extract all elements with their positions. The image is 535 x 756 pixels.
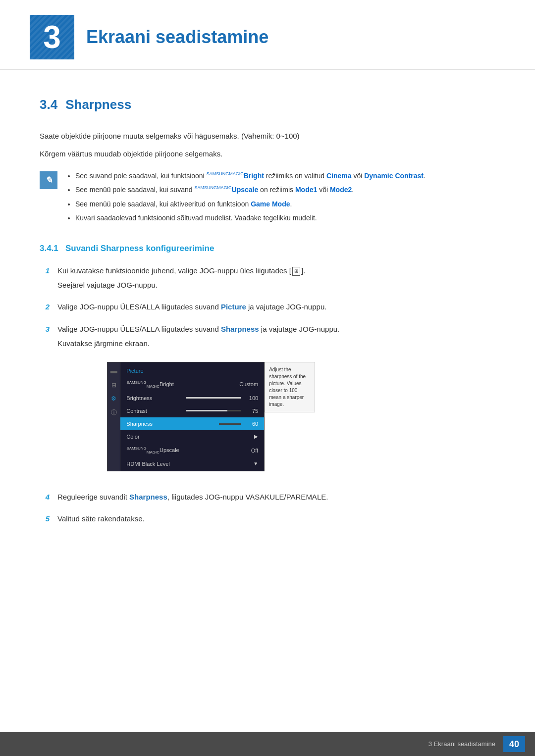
osd-row-magicbright: SAMSUNGMAGICBright Custom [120,377,264,392]
osd-screenshot: ▬ ⊟ ⚙ ⓘ Picture SAMSUNGMAGICBright Custo… [107,362,315,471]
chapter-header: 3 Ekraani seadistamine [0,0,535,70]
step-3: 3 Valige JOG-nuppu ÜLES/ALLA liigutades … [40,323,495,483]
step-1: 1 Kui kuvatakse funktsioonide juhend, va… [40,265,495,294]
note-list: See suvand pole saadaval, kui funktsioon… [65,170,426,227]
chapter-number-text: 3 [43,12,61,62]
steps-list: 1 Kui kuvatakse funktsioonide juhend, va… [40,265,495,527]
step-1-content: Kui kuvatakse funktsioonide juhend, vali… [57,265,495,294]
osd-row-magicupscale: SAMSUNGMAGICUpscale Off [120,443,264,457]
step-4: 4 Reguleerige suvandit Sharpness, liigut… [40,491,495,505]
osd-bar-sharpness [186,423,241,425]
jog-icon: ⊞ [292,267,300,276]
osd-menu: Picture SAMSUNGMAGICBright Custom Bright… [120,362,265,471]
osd-bar-brightness [186,397,241,399]
note-icon: ✎ [40,171,57,189]
page-footer: 3 Ekraani seadistamine 40 [0,732,535,756]
step-2-content: Valige JOG-nuppu ÜLES/ALLA liigutades su… [57,301,495,315]
footer-chapter-ref: 3 Ekraani seadistamine [428,739,495,750]
osd-bar-contrast [186,410,241,411]
osd-row-color: Color ▶ [120,430,264,443]
osd-row-contrast: Contrast 75 [120,404,264,417]
page-number: 40 [503,736,525,752]
note-box: ✎ See suvand pole saadaval, kui funktsio… [40,170,495,227]
subsection-number: 3.4.1 [40,244,58,253]
chapter-number: 3 [30,15,74,59]
osd-sidebar-icon-2: ⊟ [111,381,116,391]
note-item-4: Kuvari saadaolevad funktsioonid sõltuvad… [75,212,426,223]
description-1: Saate objektide piirjoone muuta selgemak… [40,130,495,143]
osd-row-brightness: Brightness 100 [120,392,264,404]
step-4-content: Reguleerige suvandit Sharpness, liigutad… [57,491,495,505]
osd-row-hdmi: HDMI Black Level ▼ [120,457,264,470]
step-5: 5 Valitud säte rakendatakse. [40,513,495,527]
section-title: Sharpness [65,95,131,115]
osd-sidebar-icon-3: ⚙ [111,394,116,404]
note-item-1: See suvand pole saadaval, kui funktsioon… [75,170,426,181]
subsection-heading: 3.4.1 Suvandi Sharpness konfigureerimine [40,242,495,255]
osd-sidebar-icon-4: ⓘ [111,408,117,418]
step-2: 2 Valige JOG-nuppu ÜLES/ALLA liigutades … [40,301,495,315]
description-2: Kõrgem väärtus muudab objektide piirjoon… [40,148,495,160]
section-number: 3.4 [40,95,57,115]
section-heading: 3.4 Sharpness [40,95,495,115]
note-item-2: See menüü pole saadaval, kui suvand SAMS… [75,184,426,195]
osd-tooltip: Adjust the sharpness of the picture. Val… [265,362,315,412]
note-item-3: See menüü pole saadaval, kui aktiveeritu… [75,199,426,209]
subsection-title: Suvandi Sharpness konfigureerimine [65,244,214,253]
step-3-content: Valige JOG-nuppu ÜLES/ALLA liigutades su… [57,323,495,483]
step-5-content: Valitud säte rakendatakse. [57,513,495,527]
main-content: 3.4 Sharpness Saate objektide piirjoone … [0,75,535,575]
osd-sidebar-icon-1: ▬ [110,365,117,377]
chapter-title: Ekraani seadistamine [86,23,268,51]
osd-header: Picture [120,362,264,377]
osd-row-sharpness: Sharpness 60 [120,417,264,430]
